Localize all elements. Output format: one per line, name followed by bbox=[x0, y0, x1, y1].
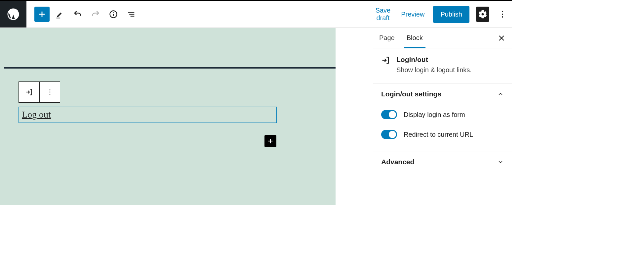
add-block-button[interactable] bbox=[34, 7, 50, 22]
toggle-display-login-as-form[interactable] bbox=[381, 110, 397, 119]
login-icon bbox=[381, 56, 390, 74]
toggle-label: Display login as form bbox=[404, 111, 465, 119]
svg-point-13 bbox=[49, 89, 50, 90]
block-card: Login/out Show login & logout links. bbox=[373, 48, 512, 83]
toggle-redirect-current-url[interactable] bbox=[381, 130, 397, 139]
toolbar-right: Save draft Preview Publish bbox=[374, 4, 512, 25]
details-button[interactable] bbox=[106, 7, 121, 22]
info-icon bbox=[109, 10, 118, 19]
save-draft-button[interactable]: Save draft bbox=[374, 4, 393, 25]
logout-link[interactable]: Log out bbox=[22, 109, 51, 120]
login-icon bbox=[25, 88, 33, 96]
gear-icon bbox=[478, 10, 487, 19]
kebab-icon bbox=[498, 10, 507, 19]
sidebar-tabs: Page Block bbox=[373, 28, 512, 48]
svg-point-14 bbox=[49, 92, 50, 93]
close-sidebar-button[interactable] bbox=[493, 30, 510, 46]
svg-point-15 bbox=[49, 94, 50, 95]
wordpress-icon bbox=[6, 7, 20, 21]
pencil-icon bbox=[55, 10, 64, 19]
block-card-description: Show login & logout links. bbox=[396, 66, 472, 74]
add-block-inline-button[interactable] bbox=[264, 135, 276, 147]
settings-toggle-button[interactable] bbox=[476, 7, 489, 22]
publish-button[interactable]: Publish bbox=[433, 6, 469, 23]
panel-advanced-header[interactable]: Advanced bbox=[373, 151, 512, 173]
list-view-button[interactable] bbox=[124, 7, 139, 22]
close-icon bbox=[498, 34, 505, 42]
panel-title: Login/out settings bbox=[381, 90, 441, 98]
tools-button[interactable] bbox=[52, 7, 67, 22]
panel-title: Advanced bbox=[381, 158, 414, 166]
tab-page[interactable]: Page bbox=[373, 28, 401, 48]
settings-sidebar: Page Block Login/out Show login & bbox=[373, 28, 512, 205]
block-type-button[interactable] bbox=[19, 82, 39, 102]
chevron-up-icon bbox=[497, 91, 504, 97]
editor-topbar: Save draft Preview Publish bbox=[0, 1, 512, 27]
plus-icon bbox=[37, 10, 47, 19]
chevron-down-icon bbox=[497, 159, 504, 165]
svg-point-9 bbox=[502, 11, 503, 12]
toggle-label: Redirect to current URL bbox=[404, 131, 473, 138]
more-options-button[interactable] bbox=[496, 7, 509, 22]
block-more-button[interactable] bbox=[39, 82, 60, 102]
toolbar-left bbox=[26, 7, 374, 22]
outline-icon bbox=[127, 10, 136, 19]
undo-button[interactable] bbox=[70, 7, 85, 22]
svg-point-10 bbox=[502, 14, 503, 15]
svg-point-11 bbox=[502, 16, 503, 18]
separator-block[interactable] bbox=[4, 67, 336, 69]
loginout-block[interactable]: Log out bbox=[19, 107, 277, 123]
block-toolbar bbox=[19, 81, 60, 103]
wordpress-logo[interactable] bbox=[0, 1, 26, 27]
block-card-title: Login/out bbox=[396, 56, 472, 64]
kebab-icon bbox=[46, 88, 54, 96]
panel-loginout-settings-body: Display login as form Redirect to curren… bbox=[373, 105, 512, 148]
svg-point-5 bbox=[113, 12, 114, 13]
redo-button[interactable] bbox=[88, 7, 103, 22]
panel-loginout-settings-header[interactable]: Login/out settings bbox=[373, 83, 512, 105]
plus-icon bbox=[267, 137, 274, 145]
preview-button[interactable]: Preview bbox=[399, 8, 426, 21]
undo-icon bbox=[73, 10, 82, 19]
redo-icon bbox=[91, 10, 100, 19]
tab-block[interactable]: Block bbox=[401, 28, 429, 48]
editor-canvas[interactable]: Log out bbox=[0, 28, 336, 205]
svg-rect-2 bbox=[57, 18, 60, 19]
